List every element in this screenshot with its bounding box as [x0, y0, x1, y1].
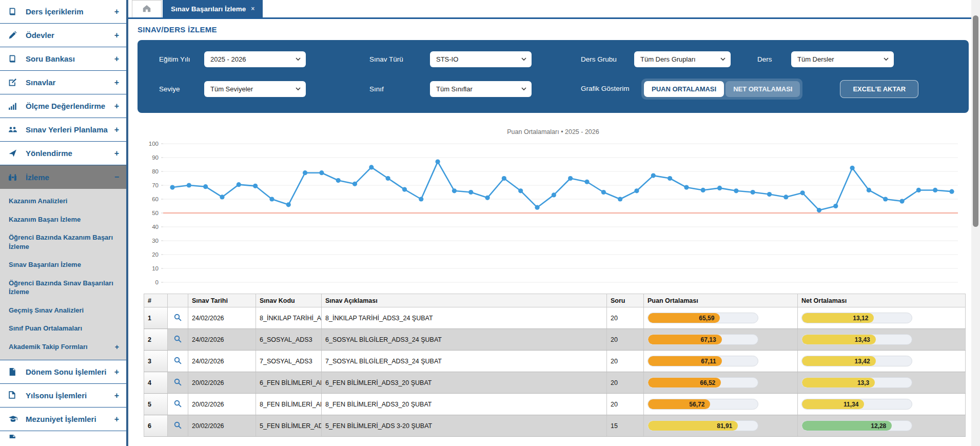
data-point[interactable] [336, 178, 341, 183]
data-point[interactable] [817, 208, 821, 212]
scrollbar-thumb[interactable] [973, 15, 978, 227]
data-point[interactable] [850, 166, 854, 170]
data-point[interactable] [369, 165, 374, 169]
sidebar-submenu: Kazanım AnalizleriKazanım Başarı İzlemeÖ… [0, 189, 126, 360]
data-point[interactable] [651, 173, 656, 178]
net-ortalamasi-cell: 11,34 [798, 394, 966, 415]
vertical-scrollbar[interactable] [971, 0, 980, 446]
sidebar-item-2[interactable]: Soru Bankası+ [0, 47, 126, 71]
ders-select[interactable]: Tüm Dersler [791, 51, 894, 67]
sinif-select[interactable]: Tüm Sınıflar [430, 81, 532, 97]
row-magnifier-button[interactable] [168, 415, 188, 437]
row-magnifier-button[interactable] [168, 351, 188, 372]
egitim-yili-select[interactable]: 2025 - 2026 [204, 51, 306, 67]
data-point[interactable] [618, 197, 622, 201]
data-point[interactable] [767, 192, 772, 197]
data-point[interactable] [237, 182, 241, 187]
data-point[interactable] [452, 188, 457, 193]
home-tab[interactable] [132, 0, 162, 17]
data-point[interactable] [303, 170, 307, 175]
close-icon[interactable]: × [251, 5, 254, 12]
data-point[interactable] [584, 180, 589, 184]
data-point[interactable] [668, 176, 672, 181]
sidebar-item-4[interactable]: Ölçme Değerlendirme+ [0, 94, 126, 118]
magnifier-icon [174, 359, 182, 366]
puan-ortalamasi-cell: 67,11 [644, 351, 798, 372]
sidebar-item-5[interactable]: Sınav Yerleri Planlama+ [0, 118, 126, 142]
data-point[interactable] [751, 190, 755, 195]
data-point[interactable] [436, 160, 440, 164]
data-point[interactable] [319, 170, 324, 175]
sinav-turu-select[interactable]: STS-IO [430, 51, 532, 67]
data-point[interactable] [187, 183, 191, 187]
data-point[interactable] [552, 192, 556, 197]
data-point[interactable] [783, 195, 788, 199]
submenu-item-0[interactable]: Kazanım Analizleri [0, 192, 126, 210]
row-magnifier-button[interactable] [168, 307, 188, 329]
sinav-aciklamasi-cell: 5_FEN BİLİMLERİ_ADS 3-20 ŞUBAT [322, 415, 607, 437]
data-point[interactable] [899, 199, 904, 203]
data-point[interactable] [386, 176, 390, 181]
row-magnifier-button[interactable] [168, 329, 188, 351]
sidebar-item-6[interactable]: Yönlendirme+ [0, 142, 126, 165]
data-point[interactable] [535, 205, 539, 210]
submenu-item-4[interactable]: Öğrenci Bazında Sınav Başarıları İzleme [0, 274, 126, 301]
submenu-item-5[interactable]: Geçmiş Sınav Analizleri [0, 301, 126, 320]
data-point[interactable] [402, 187, 407, 192]
submenu-item-7[interactable]: Akademik Takip Formları+ [0, 338, 126, 356]
data-point[interactable] [949, 189, 954, 194]
sidebar-item-label: Sınavlar [22, 78, 114, 87]
seviye-select[interactable]: Tüm Seviyeler [204, 81, 306, 97]
data-point[interactable] [170, 185, 174, 189]
data-point[interactable] [933, 188, 937, 192]
sidebar-item-0[interactable]: Ders İçeriklerim+ [0, 0, 126, 24]
data-point[interactable] [701, 188, 705, 192]
sidebar-item-9[interactable]: Yılsonu İşlemleri+ [0, 384, 126, 408]
data-point[interactable] [883, 197, 888, 201]
data-point[interactable] [684, 185, 689, 189]
net-ortalamasi-button[interactable]: NET ORTALAMASI [726, 81, 800, 97]
sinav-kodu-cell: 5_FEN BİLİMLER_ADS3 [256, 415, 322, 437]
submenu-item-3[interactable]: Sınav Başarıları İzleme [0, 256, 126, 274]
sinav-tarihi-cell: 20/02/2026 [188, 372, 256, 394]
data-point[interactable] [253, 184, 258, 188]
sidebar-item-7[interactable]: İzleme− [0, 165, 126, 189]
submenu-item-1[interactable]: Kazanım Başarı İzleme [0, 210, 126, 229]
data-point[interactable] [634, 188, 639, 193]
sidebar-item-1[interactable]: Ödevler+ [0, 24, 126, 47]
data-point[interactable] [203, 184, 208, 189]
data-point[interactable] [419, 197, 423, 201]
data-point[interactable] [833, 204, 838, 208]
data-point[interactable] [485, 196, 489, 200]
plus-icon: + [114, 7, 119, 16]
data-point[interactable] [800, 190, 805, 195]
tab-sinav-basarilari-izleme[interactable]: Sınav Başarıları İzleme × [163, 0, 263, 17]
excel-export-button[interactable]: EXCEL'E AKTAR [840, 80, 918, 98]
ders-value: Tüm Dersler [797, 55, 834, 63]
row-magnifier-button[interactable] [168, 394, 188, 415]
data-point[interactable] [468, 190, 473, 195]
sidebar-item-3[interactable]: Sınavlar+ [0, 71, 126, 94]
sidebar-item-label: Yılsonu İşlemleri [22, 391, 114, 400]
data-point[interactable] [286, 202, 291, 207]
data-point[interactable] [601, 190, 606, 195]
puan-ortalamasi-button[interactable]: PUAN ORTALAMASI [644, 81, 724, 97]
data-point[interactable] [867, 188, 871, 192]
sidebar-item-8[interactable]: Dönem Sonu İşlemleri+ [0, 360, 126, 384]
data-point[interactable] [352, 182, 357, 186]
data-point[interactable] [568, 176, 573, 181]
data-point[interactable] [717, 186, 722, 190]
sidebar-item-10[interactable]: Mezuniyet İşlemleri+ [0, 408, 126, 431]
submenu-item-2[interactable]: Öğrenci Bazında Kazanım Başarı İzleme [0, 228, 126, 256]
filter-row-1: Eğitim Yılı 2025 - 2026 Sınav Türü STS-I… [159, 51, 958, 67]
data-point[interactable] [269, 197, 274, 201]
submenu-item-6[interactable]: Sınıf Puan Ortalamaları [0, 319, 126, 338]
ders-grubu-select[interactable]: Tüm Ders Grupları [634, 51, 731, 67]
data-point[interactable] [502, 176, 506, 181]
data-point[interactable] [734, 188, 738, 193]
data-point[interactable] [220, 195, 224, 199]
data-point[interactable] [518, 188, 523, 193]
sidebar-item-partial[interactable] [0, 431, 126, 438]
row-magnifier-button[interactable] [168, 372, 188, 394]
data-point[interactable] [916, 188, 921, 192]
